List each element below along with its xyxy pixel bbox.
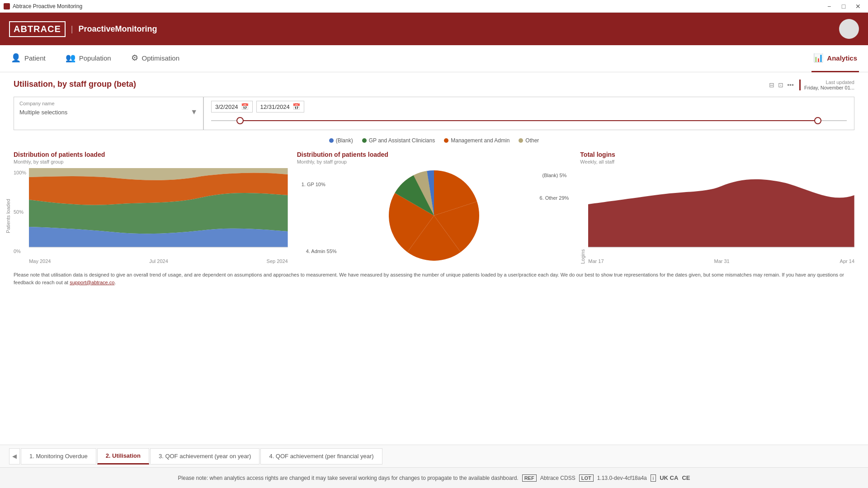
legend-label-admin: Management and Admin: [451, 137, 509, 144]
filter-icon[interactable]: ⊟: [769, 81, 774, 89]
y-label-50: 50%: [14, 209, 26, 215]
end-date-value: 12/31/2024: [260, 103, 290, 110]
legend-dot-other: [519, 138, 523, 143]
close-button[interactable]: ✕: [852, 1, 864, 12]
app-header: ABTRACE | ProactiveMonitoring: [0, 13, 868, 45]
disclaimer-text: Please note that utilisation data is des…: [14, 271, 854, 286]
logo-subtitle-rest: Monitoring: [115, 24, 157, 33]
expand-icon[interactable]: ⊡: [778, 81, 783, 89]
start-date-calendar-icon: 📅: [241, 103, 249, 110]
pie-chart-container: (Blank) 5% 1. GP 10% 4. Admin 55% 6. Oth…: [297, 168, 571, 263]
slider-thumb-right[interactable]: [814, 117, 821, 124]
support-link[interactable]: support@abtrace.co: [70, 280, 114, 285]
title-bar-left: Abtrace Proactive Monitoring: [4, 3, 82, 9]
filter-row: Company name Multiple selections ▼ 3/2/2…: [14, 97, 854, 130]
date-slider[interactable]: [211, 115, 847, 126]
pie-chart-subtitle: Monthly, by staff group: [297, 159, 571, 164]
pie-label-admin: 4. Admin 55%: [306, 249, 337, 254]
tab-utilisation[interactable]: 2. Utilisation: [97, 448, 149, 465]
minimize-button[interactable]: −: [823, 1, 835, 12]
footer-lot-badge: LOT: [579, 474, 594, 482]
maximize-button[interactable]: □: [837, 1, 850, 12]
bar-chart-x-labels: Mar 17 Mar 31 Apr 14: [588, 258, 854, 264]
population-icon: 👥: [66, 53, 75, 63]
bar-chart-title: Total logins: [580, 151, 854, 158]
pie-chart-svg: [389, 170, 479, 261]
slider-thumb-left[interactable]: [236, 117, 244, 124]
logo-area: ABTRACE | ProactiveMonitoring: [9, 21, 157, 37]
tab-qof-financial-year[interactable]: 4. QOF achievement (per financial year): [260, 448, 382, 465]
area-chart-y-labels: 100% 50% 0%: [14, 168, 26, 254]
nav-item-population-label: Population: [79, 54, 111, 62]
bar-chart-svg-container: Mar 17 Mar 31 Apr 14: [588, 168, 854, 264]
area-chart-svg-container: May 2024 Jul 2024 Sep 2024: [29, 168, 288, 264]
window-title: Abtrace Proactive Monitoring: [13, 3, 82, 9]
legend-label-blank: (Blank): [336, 137, 353, 144]
date-inputs: 3/2/2024 📅 12/31/2024 📅: [211, 101, 847, 113]
user-avatar[interactable]: [839, 19, 859, 39]
last-updated-label: Last updated: [804, 80, 854, 85]
dropdown-arrow-icon: ▼: [190, 108, 198, 116]
analytics-icon: 📊: [813, 53, 823, 63]
pie-label-other: 6. Other 29%: [540, 195, 569, 201]
logo-subtitle: ProactiveMonitoring: [78, 24, 157, 34]
chart-legend: (Blank) GP and Assistant Clinicians Mana…: [14, 137, 854, 144]
x-label-sep: Sep 2024: [267, 258, 288, 264]
nav-item-population[interactable]: 👥 Population: [64, 45, 113, 72]
legend-label-gp: GP and Assistant Clinicians: [369, 137, 435, 144]
slider-fill: [243, 120, 815, 121]
footer: Please note: when analytics access right…: [0, 467, 868, 488]
last-updated-value: Friday, November 01...: [804, 85, 854, 90]
bar-chart-panel: Total logins Weekly, all staff Logins Ma…: [580, 151, 854, 264]
pie-label-blank: (Blank) 5%: [542, 173, 567, 178]
footer-notice: Please note: when analytics access right…: [178, 475, 519, 481]
nav-item-optimisation[interactable]: ⚙ Optimisation: [129, 45, 181, 72]
tab-monitoring-overdue[interactable]: 1. Monitoring Overdue: [21, 448, 96, 465]
nav-item-analytics[interactable]: 📊 Analytics: [811, 45, 859, 72]
y-label-100: 100%: [14, 170, 26, 175]
pie-chart-title: Distribution of patients loaded: [297, 151, 571, 158]
area-chart-subtitle: Monthly, by staff group: [14, 159, 288, 164]
page-title-row: Utilisation, by staff group (beta) ⊟ ⊡ •…: [14, 80, 854, 90]
y-label-0: 0%: [14, 249, 26, 254]
pie-chart-panel: Distribution of patients loaded Monthly,…: [297, 151, 571, 264]
legend-item-other: Other: [519, 137, 539, 144]
legend-label-other: Other: [525, 137, 539, 144]
bar-chart-ylabel: Logins: [580, 168, 585, 264]
more-icon[interactable]: •••: [787, 81, 794, 89]
logo-separator: |: [71, 24, 73, 34]
area-chart-x-labels: May 2024 Jul 2024 Sep 2024: [29, 258, 288, 264]
area-chart-svg: [29, 168, 288, 256]
charts-row: Distribution of patients loaded Monthly,…: [14, 151, 854, 264]
area-chart-panel: Distribution of patients loaded Monthly,…: [14, 151, 288, 264]
logo-text: ABTRACE: [14, 24, 61, 34]
x-label-mar31: Mar 31: [714, 258, 729, 264]
start-date-value: 3/2/2024: [215, 103, 238, 110]
title-bar: Abtrace Proactive Monitoring − □ ✕: [0, 0, 868, 13]
nav-item-optimisation-label: Optimisation: [142, 54, 179, 62]
company-filter: Company name Multiple selections ▼: [14, 97, 203, 130]
legend-dot-admin: [444, 138, 448, 143]
bottom-tabs: ◀ 1. Monitoring Overdue 2. Utilisation 3…: [0, 445, 868, 467]
legend-dot-blank: [329, 138, 334, 143]
date-range-filter: 3/2/2024 📅 12/31/2024 📅: [203, 97, 854, 130]
x-label-may: May 2024: [29, 258, 51, 264]
nav-bar: 👤 Patient 👥 Population ⚙ Optimisation 📊 …: [0, 45, 868, 72]
window-controls[interactable]: − □ ✕: [823, 1, 864, 12]
tab-nav-prev[interactable]: ◀: [9, 448, 20, 465]
optimisation-icon: ⚙: [131, 53, 138, 63]
patient-icon: 👤: [11, 53, 21, 63]
pie-label-gp: 1. GP 10%: [302, 182, 326, 187]
end-date-calendar-icon: 📅: [292, 103, 300, 110]
legend-dot-gp: [362, 138, 367, 143]
bar-chart-svg: [588, 168, 854, 256]
company-filter-select[interactable]: Multiple selections ▼: [19, 108, 198, 116]
nav-item-patient[interactable]: 👤 Patient: [9, 45, 47, 72]
company-filter-value: Multiple selections: [19, 109, 67, 116]
start-date-input[interactable]: 3/2/2024 📅: [211, 101, 253, 113]
company-filter-label: Company name: [19, 101, 198, 106]
nav-item-patient-label: Patient: [24, 54, 46, 62]
tab-qof-year-on-year[interactable]: 3. QOF achievement (year on year): [150, 448, 259, 465]
logo-subtitle-bold: Proactive: [78, 24, 115, 33]
end-date-input[interactable]: 12/31/2024 📅: [256, 101, 304, 113]
